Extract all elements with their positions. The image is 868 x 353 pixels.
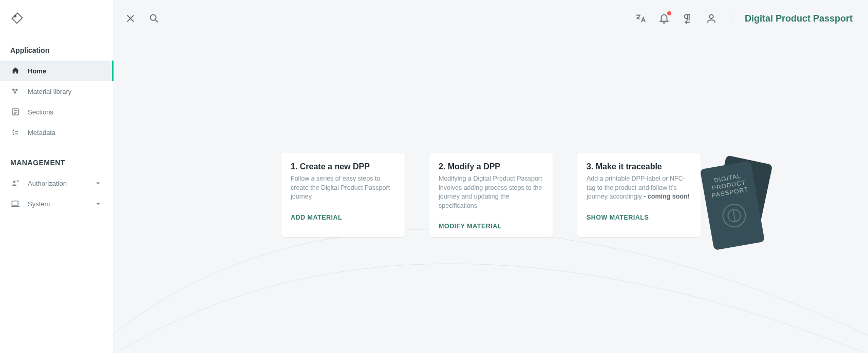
home-icon: [10, 66, 21, 76]
main: Digital Product Passport 1. Create a new…: [114, 0, 868, 353]
sidebar-item-label: Home: [28, 67, 46, 75]
sidebar-item-authorization[interactable]: Authorization: [0, 173, 114, 193]
card-traceable: 3. Make it traceable Add a printable DPP…: [577, 153, 701, 237]
sidebar-item-home[interactable]: Home: [0, 61, 114, 81]
passport-illustration: DIGITAL PRODUCT PASSPORT: [693, 155, 776, 270]
svg-point-15: [150, 15, 156, 21]
translate-button[interactable]: [634, 12, 647, 25]
sections-icon: [10, 107, 21, 117]
nav-block-management: MANAGEMENT Authorization System: [0, 147, 114, 218]
close-button[interactable]: [124, 12, 137, 25]
svg-point-0: [14, 15, 16, 17]
search-button[interactable]: [148, 12, 160, 25]
sidebar-item-label: System: [28, 200, 50, 208]
section-label-application: Application: [0, 39, 114, 61]
modify-material-button[interactable]: MODIFY MATERIAL: [439, 223, 543, 230]
svg-line-16: [156, 20, 158, 23]
svg-point-10: [17, 181, 18, 182]
content: 1. Create a new DPP Follow a series of e…: [114, 37, 868, 353]
sidebar-item-label: Sections: [28, 108, 53, 116]
svg-text:PASSPORT: PASSPORT: [711, 186, 749, 199]
show-materials-button[interactable]: SHOW MATERIALS: [587, 214, 691, 221]
card-title: 1. Create a new DPP: [291, 162, 395, 171]
card-title: 3. Make it traceable: [587, 162, 691, 171]
authorization-icon: [10, 178, 21, 188]
materials-icon: [10, 86, 21, 96]
card-desc: Modifying a Digital Product Passport inv…: [439, 174, 543, 210]
cards: 1. Create a new DPP Follow a series of e…: [281, 153, 701, 237]
text-direction-button[interactable]: [682, 12, 694, 25]
card-desc: Add a printable DPP-label or NFC-tag to …: [587, 174, 691, 202]
chevron-down-icon: [93, 199, 103, 209]
svg-text:PRODUCT: PRODUCT: [711, 179, 746, 191]
svg-point-1: [12, 89, 15, 91]
card-modify: 2. Modify a DPP Modifying a Digital Prod…: [429, 153, 553, 237]
topbar: Digital Product Passport: [114, 0, 868, 37]
divider: [731, 10, 731, 27]
metadata-icon: T: [10, 127, 21, 138]
section-label-management: MANAGEMENT: [0, 151, 114, 173]
sidebar-item-label: Metadata: [28, 129, 55, 136]
sidebar-item-label: Material library: [28, 88, 71, 95]
svg-text:T: T: [12, 131, 14, 136]
svg-point-9: [13, 181, 16, 183]
app-logo: [0, 0, 114, 39]
chevron-down-icon: [93, 178, 103, 188]
nav-block-application: Application Home Material library Sectio…: [0, 39, 114, 147]
system-icon: [10, 199, 21, 209]
notifications-button[interactable]: [658, 12, 670, 25]
sidebar-item-material-library[interactable]: Material library: [0, 81, 114, 102]
svg-rect-18: [710, 155, 772, 240]
svg-text:DIGITAL: DIGITAL: [713, 172, 741, 184]
svg-rect-11: [12, 201, 18, 205]
sidebar-item-sections[interactable]: Sections: [0, 102, 114, 122]
svg-point-2: [15, 89, 18, 91]
notification-dot: [667, 11, 671, 15]
card-desc: Follow a series of easy steps to create …: [291, 174, 395, 202]
card-title: 2. Modify a DPP: [439, 162, 543, 171]
card-create: 1. Create a new DPP Follow a series of e…: [281, 153, 405, 237]
svg-point-17: [709, 15, 713, 18]
account-button[interactable]: [705, 12, 718, 25]
svg-rect-19: [700, 161, 765, 250]
page-title: Digital Product Passport: [745, 13, 858, 24]
sidebar: Application Home Material library Sectio…: [0, 0, 114, 353]
svg-point-3: [14, 91, 16, 94]
sidebar-item-label: Authorization: [28, 180, 67, 187]
add-material-button[interactable]: ADD MATERIAL: [291, 214, 395, 221]
sidebar-item-metadata[interactable]: T Metadata: [0, 122, 114, 143]
svg-point-23: [721, 203, 747, 229]
sidebar-item-system[interactable]: System: [0, 193, 114, 214]
